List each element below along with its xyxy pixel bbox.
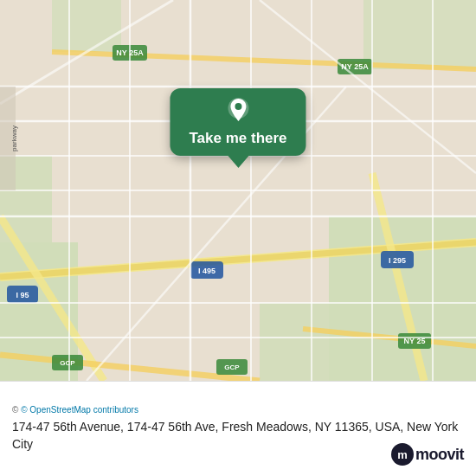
openstreetmap-credit: © © OpenStreetMap contributors — [12, 405, 464, 415]
moovit-m-icon: m — [391, 443, 414, 466]
map-container: I 495 I 95 I 295 NY 25A NY 25A NY 25 GCP… — [0, 0, 476, 381]
callout-arrow — [228, 156, 248, 168]
svg-rect-6 — [363, 0, 476, 69]
info-bar: © © OpenStreetMap contributors 174-47 56… — [0, 381, 476, 476]
copyright-symbol: © — [12, 405, 18, 415]
svg-rect-5 — [52, 0, 121, 52]
svg-text:GCP: GCP — [224, 363, 240, 371]
map-callout[interactable]: Take me there — [170, 88, 306, 168]
location-pin-icon — [224, 97, 252, 125]
svg-rect-4 — [260, 303, 329, 381]
svg-text:I 495: I 495 — [198, 267, 215, 275]
svg-text:I 295: I 295 — [389, 256, 406, 265]
svg-text:GCP: GCP — [60, 359, 75, 367]
svg-point-50 — [235, 103, 241, 110]
svg-text:parkway: parkway — [10, 125, 18, 151]
moovit-text: moovit — [415, 446, 464, 464]
svg-text:I 95: I 95 — [16, 291, 29, 299]
map-svg: I 495 I 95 I 295 NY 25A NY 25A NY 25 GCP… — [0, 0, 476, 381]
take-me-there-button[interactable]: Take me there — [189, 130, 286, 147]
moovit-logo: m moovit — [391, 443, 464, 466]
callout-box[interactable]: Take me there — [170, 88, 306, 156]
openstreetmap-link[interactable]: © OpenStreetMap contributors — [21, 405, 138, 415]
